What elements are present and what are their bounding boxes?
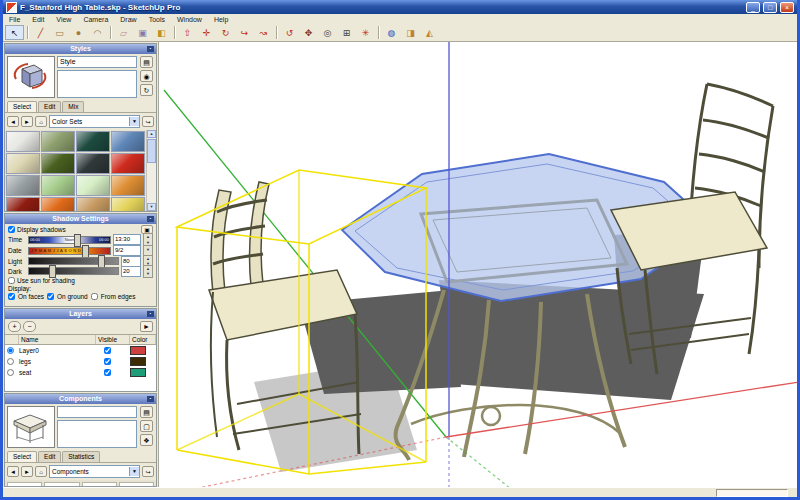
palette-minimize-icon[interactable]: ▪	[147, 46, 154, 52]
tab-mix[interactable]: Mix	[62, 101, 84, 112]
components-collection-dropdown[interactable]: Components ▼	[49, 465, 140, 478]
style-swatch[interactable]	[6, 197, 40, 212]
forward-icon[interactable]: ►	[21, 466, 33, 477]
dark-value-field[interactable]: 20	[121, 266, 141, 277]
menu-camera[interactable]: Camera	[77, 16, 114, 23]
back-icon[interactable]: ◄	[7, 116, 19, 127]
in-model-button[interactable]: ↪	[142, 466, 154, 477]
paint-bucket-button[interactable]: ◧	[152, 25, 171, 40]
3d-viewport-canvas[interactable]	[159, 42, 797, 487]
components-panel-header[interactable]: Components▪	[5, 394, 156, 404]
select-tool-button[interactable]: ↖	[5, 25, 24, 40]
component-view-button[interactable]: ▢	[140, 420, 153, 432]
layer-name[interactable]: seat	[19, 369, 96, 376]
orbit-tool-button[interactable]: ↺	[280, 25, 299, 40]
table-row[interactable]: legs	[5, 356, 156, 367]
circle-tool-button[interactable]: ●	[69, 25, 88, 40]
layer-color-chip[interactable]	[130, 346, 146, 355]
layer-details-button[interactable]: ►	[140, 321, 153, 332]
layers-col-visible[interactable]: Visible	[96, 335, 130, 344]
component-preview-thumbnail[interactable]	[7, 406, 55, 448]
layer-active-radio[interactable]	[7, 358, 14, 365]
menu-file[interactable]: File	[3, 16, 26, 23]
offset-tool-button[interactable]: ↪	[235, 25, 254, 40]
forward-icon[interactable]: ►	[21, 116, 33, 127]
rotate-tool-button[interactable]: ↻	[216, 25, 235, 40]
create-style-button[interactable]: ▤	[140, 56, 153, 68]
close-button[interactable]: ×	[780, 2, 794, 13]
style-swatch[interactable]	[41, 131, 75, 152]
layer-color-chip[interactable]	[130, 368, 146, 377]
on-ground-checkbox[interactable]	[47, 293, 54, 300]
arc-tool-button[interactable]: ◠	[88, 25, 107, 40]
styles-panel-header[interactable]: Styles▪	[5, 44, 156, 54]
component-name-field[interactable]	[57, 406, 137, 418]
layer-visible-checkbox[interactable]	[104, 358, 111, 365]
measurements-box[interactable]	[716, 489, 788, 497]
date-slider[interactable]: JFMAMJJASOND	[28, 247, 111, 255]
back-icon[interactable]: ◄	[7, 466, 19, 477]
menu-window[interactable]: Window	[171, 16, 208, 23]
on-faces-checkbox[interactable]	[8, 293, 15, 300]
style-swatch[interactable]	[76, 131, 110, 152]
chevron-down-icon[interactable]: ▼	[129, 117, 139, 126]
light-slider[interactable]	[28, 257, 119, 265]
layer-color-chip[interactable]	[130, 357, 146, 366]
style-preview-thumbnail[interactable]	[7, 56, 55, 98]
time-slider-thumb[interactable]	[74, 234, 81, 247]
tab-statistics[interactable]: Statistics	[62, 451, 100, 462]
home-icon[interactable]: ⌂	[35, 116, 47, 127]
dark-slider[interactable]	[28, 267, 119, 275]
palette-minimize-icon[interactable]: ▪	[147, 216, 154, 222]
layer-visible-checkbox[interactable]	[104, 347, 111, 354]
palette-minimize-icon[interactable]: ▪	[147, 396, 154, 402]
zoom-extents-button[interactable]: ✳	[356, 25, 375, 40]
style-swatch[interactable]	[76, 153, 110, 174]
style-swatch[interactable]	[6, 131, 40, 152]
shadow-panel-header[interactable]: Shadow Settings▪	[5, 214, 156, 224]
tab-select[interactable]: Select	[7, 451, 37, 462]
style-swatch[interactable]	[6, 153, 40, 174]
tab-select[interactable]: Select	[7, 101, 37, 112]
zoom-tool-button[interactable]: ◎	[318, 25, 337, 40]
pan-tool-button[interactable]: ✥	[299, 25, 318, 40]
display-shadows-checkbox[interactable]	[8, 226, 15, 233]
palette-minimize-icon[interactable]: ▪	[147, 311, 154, 317]
chevron-down-icon[interactable]: ▼	[129, 467, 139, 476]
style-swatch[interactable]	[111, 131, 145, 152]
style-swatch[interactable]	[41, 153, 75, 174]
table-row[interactable]: seat	[5, 367, 156, 378]
dark-slider-thumb[interactable]	[49, 265, 56, 278]
layer-visible-checkbox[interactable]	[104, 369, 111, 376]
line-tool-button[interactable]: ╱	[31, 25, 50, 40]
scroll-down-icon[interactable]: ▼	[147, 203, 156, 211]
date-value-field[interactable]: 9/2	[113, 245, 141, 256]
style-swatch[interactable]	[6, 175, 40, 196]
tab-edit[interactable]: Edit	[38, 451, 61, 462]
follow-me-tool-button[interactable]: ↝	[254, 25, 273, 40]
scrollbar-thumb[interactable]	[147, 139, 156, 163]
rectangle-tool-button[interactable]: ▭	[50, 25, 69, 40]
menu-draw[interactable]: Draw	[114, 16, 142, 23]
component-description-field[interactable]	[57, 420, 137, 448]
style-swatch[interactable]	[76, 197, 110, 212]
table-row[interactable]: Layer0	[5, 345, 156, 356]
layer-active-radio[interactable]	[7, 347, 14, 354]
layers-col-name[interactable]: Name	[19, 335, 96, 344]
menu-help[interactable]: Help	[208, 16, 234, 23]
minimize-button[interactable]: _	[746, 2, 760, 13]
add-layer-button[interactable]: +	[8, 321, 21, 332]
eraser-tool-button[interactable]: ▱	[114, 25, 133, 40]
style-swatch[interactable]	[111, 175, 145, 196]
layers-panel-header[interactable]: Layers▪	[5, 309, 156, 319]
layer-active-radio[interactable]	[7, 369, 14, 376]
time-slider[interactable]: 06:00 Noon 06:00	[28, 236, 111, 244]
from-edges-checkbox[interactable]	[91, 293, 98, 300]
in-model-button[interactable]: ↪	[142, 116, 154, 127]
place-model-button[interactable]: ◭	[420, 25, 439, 40]
get-models-button[interactable]: ❖	[140, 434, 153, 446]
home-icon[interactable]: ⌂	[35, 466, 47, 477]
layer-name[interactable]: legs	[19, 358, 96, 365]
menu-tools[interactable]: Tools	[143, 16, 171, 23]
date-slider-thumb[interactable]	[82, 245, 89, 258]
